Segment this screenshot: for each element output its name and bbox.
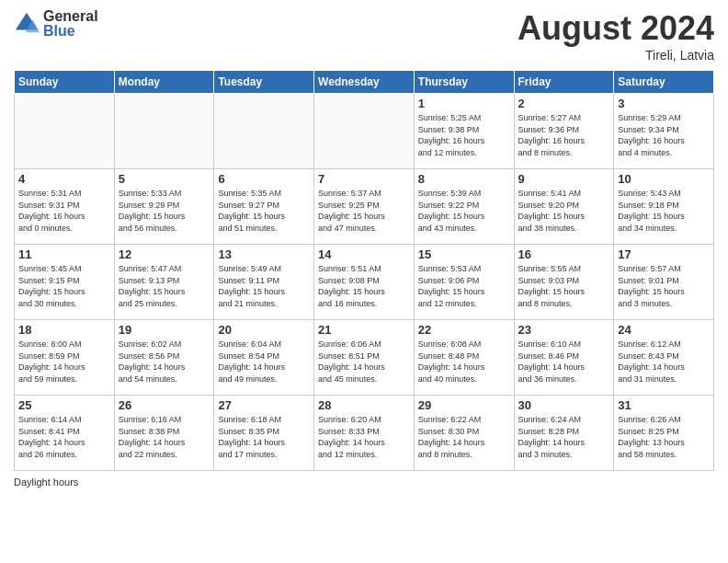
page: General Blue August 2024 Tireli, Latvia …: [0, 0, 728, 563]
day-number: 1: [418, 97, 510, 110]
day-info: Sunrise: 5:39 AM Sunset: 9:22 PM Dayligh…: [418, 188, 510, 234]
day-number: 25: [18, 398, 110, 412]
calendar-cell: 26Sunrise: 6:16 AM Sunset: 8:38 PM Dayli…: [114, 396, 214, 471]
day-info: Sunrise: 5:29 AM Sunset: 9:34 PM Dayligh…: [618, 112, 710, 158]
calendar-cell: 9Sunrise: 5:41 AM Sunset: 9:20 PM Daylig…: [514, 169, 614, 245]
header: General Blue August 2024 Tireli, Latvia: [14, 9, 714, 63]
day-info: Sunrise: 5:53 AM Sunset: 9:06 PM Dayligh…: [418, 263, 510, 309]
calendar-cell: 5Sunrise: 5:33 AM Sunset: 9:29 PM Daylig…: [114, 169, 214, 245]
day-info: Sunrise: 6:16 AM Sunset: 8:38 PM Dayligh…: [119, 414, 210, 460]
day-info: Sunrise: 6:14 AM Sunset: 8:41 PM Dayligh…: [18, 414, 110, 460]
day-info: Sunrise: 6:20 AM Sunset: 8:33 PM Dayligh…: [318, 414, 410, 460]
day-info: Sunrise: 6:02 AM Sunset: 8:56 PM Dayligh…: [119, 339, 210, 385]
day-number: 3: [618, 97, 710, 110]
calendar-cell: 29Sunrise: 6:22 AM Sunset: 8:30 PM Dayli…: [414, 396, 514, 471]
logo-icon: [14, 11, 40, 37]
day-number: 11: [18, 247, 110, 261]
logo-text: General Blue: [43, 9, 98, 39]
day-number: 14: [318, 247, 410, 261]
col-sunday: Sunday: [15, 71, 115, 94]
calendar-cell: 7Sunrise: 5:37 AM Sunset: 9:25 PM Daylig…: [314, 169, 415, 245]
day-number: 15: [418, 247, 510, 261]
day-number: 29: [418, 398, 510, 412]
day-info: Sunrise: 5:57 AM Sunset: 9:01 PM Dayligh…: [618, 263, 710, 309]
logo-general: General: [43, 9, 98, 24]
col-tuesday: Tuesday: [214, 71, 314, 94]
day-number: 24: [618, 323, 710, 337]
calendar-cell: 16Sunrise: 5:55 AM Sunset: 9:03 PM Dayli…: [514, 245, 614, 320]
day-number: 10: [618, 172, 710, 186]
title-area: August 2024 Tireli, Latvia: [518, 9, 714, 63]
calendar-cell: 31Sunrise: 6:26 AM Sunset: 8:25 PM Dayli…: [614, 396, 714, 471]
calendar-cell: 19Sunrise: 6:02 AM Sunset: 8:56 PM Dayli…: [114, 320, 214, 396]
calendar-cell: 15Sunrise: 5:53 AM Sunset: 9:06 PM Dayli…: [414, 245, 514, 320]
day-info: Sunrise: 5:43 AM Sunset: 9:18 PM Dayligh…: [618, 188, 710, 234]
calendar-cell: [15, 94, 115, 169]
calendar-cell: 27Sunrise: 6:18 AM Sunset: 8:35 PM Dayli…: [214, 396, 314, 471]
calendar-cell: [114, 94, 214, 169]
day-number: 2: [518, 97, 610, 110]
day-info: Sunrise: 5:25 AM Sunset: 9:38 PM Dayligh…: [418, 112, 510, 158]
calendar-cell: 18Sunrise: 6:00 AM Sunset: 8:59 PM Dayli…: [15, 320, 115, 396]
day-info: Sunrise: 5:37 AM Sunset: 9:25 PM Dayligh…: [318, 188, 410, 234]
day-info: Sunrise: 6:10 AM Sunset: 8:46 PM Dayligh…: [518, 339, 610, 385]
logo: General Blue: [14, 9, 98, 39]
day-info: Sunrise: 6:04 AM Sunset: 8:54 PM Dayligh…: [218, 339, 310, 385]
calendar: Sunday Monday Tuesday Wednesday Thursday…: [14, 70, 714, 471]
day-number: 5: [119, 172, 210, 186]
calendar-cell: 12Sunrise: 5:47 AM Sunset: 9:13 PM Dayli…: [114, 245, 214, 320]
col-thursday: Thursday: [414, 71, 514, 94]
calendar-cell: [314, 94, 415, 169]
calendar-week-2: 11Sunrise: 5:45 AM Sunset: 9:15 PM Dayli…: [15, 245, 714, 320]
day-info: Sunrise: 6:06 AM Sunset: 8:51 PM Dayligh…: [318, 339, 410, 385]
calendar-cell: 4Sunrise: 5:31 AM Sunset: 9:31 PM Daylig…: [15, 169, 115, 245]
logo-blue: Blue: [43, 24, 98, 39]
col-friday: Friday: [514, 71, 614, 94]
day-number: 31: [618, 398, 710, 412]
calendar-cell: 30Sunrise: 6:24 AM Sunset: 8:28 PM Dayli…: [514, 396, 614, 471]
calendar-cell: 6Sunrise: 5:35 AM Sunset: 9:27 PM Daylig…: [214, 169, 314, 245]
day-info: Sunrise: 5:33 AM Sunset: 9:29 PM Dayligh…: [119, 188, 210, 234]
day-number: 21: [318, 323, 410, 337]
calendar-cell: 17Sunrise: 5:57 AM Sunset: 9:01 PM Dayli…: [614, 245, 714, 320]
day-info: Sunrise: 5:51 AM Sunset: 9:08 PM Dayligh…: [318, 263, 410, 309]
calendar-cell: 21Sunrise: 6:06 AM Sunset: 8:51 PM Dayli…: [314, 320, 415, 396]
calendar-cell: 13Sunrise: 5:49 AM Sunset: 9:11 PM Dayli…: [214, 245, 314, 320]
calendar-cell: 3Sunrise: 5:29 AM Sunset: 9:34 PM Daylig…: [614, 94, 714, 169]
calendar-cell: 1Sunrise: 5:25 AM Sunset: 9:38 PM Daylig…: [414, 94, 514, 169]
day-number: 30: [518, 398, 610, 412]
calendar-header-row: Sunday Monday Tuesday Wednesday Thursday…: [15, 71, 714, 94]
day-number: 4: [18, 172, 110, 186]
col-saturday: Saturday: [614, 71, 714, 94]
day-number: 12: [119, 247, 210, 261]
day-info: Sunrise: 6:24 AM Sunset: 8:28 PM Dayligh…: [518, 414, 610, 460]
day-number: 9: [518, 172, 610, 186]
col-monday: Monday: [114, 71, 214, 94]
day-info: Sunrise: 6:18 AM Sunset: 8:35 PM Dayligh…: [218, 414, 310, 460]
day-number: 7: [318, 172, 410, 186]
day-info: Sunrise: 6:22 AM Sunset: 8:30 PM Dayligh…: [418, 414, 510, 460]
day-info: Sunrise: 5:55 AM Sunset: 9:03 PM Dayligh…: [518, 263, 610, 309]
day-number: 16: [518, 247, 610, 261]
day-info: Sunrise: 6:00 AM Sunset: 8:59 PM Dayligh…: [18, 339, 110, 385]
col-wednesday: Wednesday: [314, 71, 415, 94]
calendar-week-4: 25Sunrise: 6:14 AM Sunset: 8:41 PM Dayli…: [15, 396, 714, 471]
day-info: Sunrise: 5:45 AM Sunset: 9:15 PM Dayligh…: [18, 263, 110, 309]
day-number: 28: [318, 398, 410, 412]
footer-text: Daylight hours: [14, 477, 78, 488]
day-number: 19: [119, 323, 210, 337]
day-info: Sunrise: 6:26 AM Sunset: 8:25 PM Dayligh…: [618, 414, 710, 460]
day-number: 27: [218, 398, 310, 412]
day-info: Sunrise: 5:35 AM Sunset: 9:27 PM Dayligh…: [218, 188, 310, 234]
day-number: 8: [418, 172, 510, 186]
day-number: 26: [119, 398, 210, 412]
calendar-cell: 24Sunrise: 6:12 AM Sunset: 8:43 PM Dayli…: [614, 320, 714, 396]
footer: Daylight hours: [14, 477, 714, 488]
day-info: Sunrise: 6:08 AM Sunset: 8:48 PM Dayligh…: [418, 339, 510, 385]
day-number: 6: [218, 172, 310, 186]
day-info: Sunrise: 5:49 AM Sunset: 9:11 PM Dayligh…: [218, 263, 310, 309]
day-number: 17: [618, 247, 710, 261]
day-number: 18: [18, 323, 110, 337]
calendar-week-1: 4Sunrise: 5:31 AM Sunset: 9:31 PM Daylig…: [15, 169, 714, 245]
calendar-cell: 23Sunrise: 6:10 AM Sunset: 8:46 PM Dayli…: [514, 320, 614, 396]
